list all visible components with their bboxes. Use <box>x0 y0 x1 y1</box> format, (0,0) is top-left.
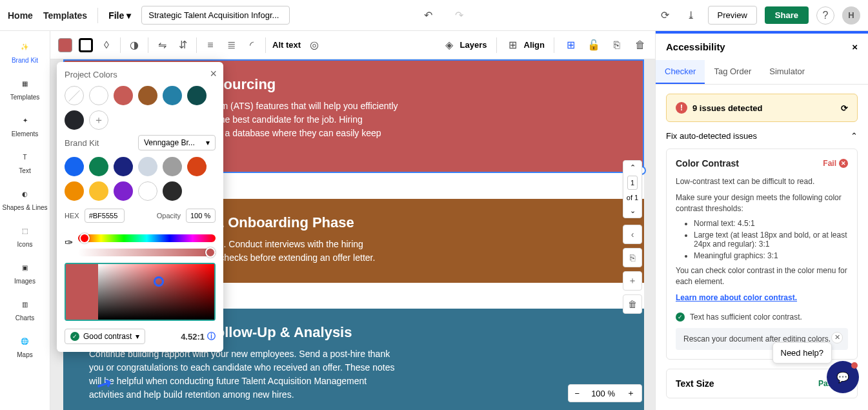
color-swatch[interactable] <box>65 157 84 176</box>
color-swatch[interactable] <box>138 86 157 105</box>
hue-thumb[interactable] <box>79 233 90 243</box>
layers-button[interactable]: Layers <box>460 40 487 50</box>
contrast-ratio: 4.52:1ⓘ <box>181 331 216 342</box>
border-color-button[interactable] <box>79 38 93 52</box>
color-swatch[interactable] <box>138 181 157 201</box>
color-swatch[interactable] <box>163 86 182 105</box>
zoom-out-button[interactable]: − <box>569 386 587 401</box>
contrast-status[interactable]: ✓Good contrast▾ <box>65 329 145 344</box>
color-swatch[interactable] <box>65 110 84 130</box>
page-down-button[interactable]: ⌄ <box>627 204 638 218</box>
sidebar-item-brandkit[interactable]: ✨Brand Kit <box>12 39 38 64</box>
hue-slider[interactable] <box>78 234 216 242</box>
saturation-picker[interactable] <box>65 263 216 321</box>
sidebar-item-icons[interactable]: ⬚Icons <box>17 223 33 248</box>
zoom-in-button[interactable]: ＋ <box>620 385 641 402</box>
learn-more-link[interactable]: Learn more about color contrast. <box>676 293 797 302</box>
brand-kit-select[interactable]: Venngage Br...▾ <box>138 135 216 150</box>
pass-row: ✓Text has sufficient color contrast. <box>676 313 848 322</box>
eyedropper-icon[interactable]: ✑ <box>65 236 73 249</box>
redo-button[interactable]: ↷ <box>450 6 468 25</box>
lock-icon[interactable]: 🔓 <box>587 38 601 52</box>
add-color-button[interactable]: ＋ <box>89 110 108 130</box>
saturation-thumb[interactable] <box>154 276 164 287</box>
color-swatch[interactable] <box>65 181 84 201</box>
sidebar-label: Brand Kit <box>12 57 38 64</box>
delete-page-button[interactable]: 🗑 <box>623 294 642 314</box>
info-icon[interactable]: ⓘ <box>207 331 216 342</box>
alpha-thumb[interactable] <box>205 247 216 258</box>
corner-icon[interactable]: ◜ <box>245 38 259 52</box>
delete-icon[interactable]: 🗑 <box>633 38 647 52</box>
add-page-button[interactable]: ＋ <box>623 271 642 291</box>
fill-color-button[interactable] <box>58 38 72 52</box>
circle-icon[interactable]: ◎ <box>307 38 321 52</box>
issue-li: Meaningful graphics: 3:1 <box>694 251 848 260</box>
color-swatch[interactable] <box>187 157 207 176</box>
page-up-button[interactable]: ⌃ <box>627 161 638 174</box>
home-link[interactable]: Home <box>8 10 33 21</box>
rescan-close-button[interactable]: ✕ <box>831 332 843 343</box>
alt-text-button[interactable]: Alt text <box>272 40 301 50</box>
transparency-icon[interactable]: ◑ <box>127 38 141 52</box>
sidebar-item-elements[interactable]: ✦Elements <box>12 112 39 138</box>
fix-issues-toggle[interactable]: Fix auto-detected issues⌃ <box>666 131 858 141</box>
avatar[interactable]: H <box>842 6 860 25</box>
refresh-icon[interactable]: ⟳ <box>841 103 848 113</box>
sidebar-label: Maps <box>17 351 32 358</box>
issue-li: Large text (at least 18px and bold, or a… <box>694 231 848 249</box>
close-icon[interactable]: × <box>852 41 858 52</box>
document-title-input[interactable]: Strategic Talent Acquisition Infogr... <box>141 6 290 25</box>
sync-icon[interactable]: ⟳ <box>656 6 674 25</box>
templates-link[interactable]: Templates <box>43 10 87 21</box>
align-icon[interactable]: ≡ <box>203 38 217 52</box>
collapse-button[interactable]: ‹ <box>623 225 642 244</box>
chat-button[interactable]: 💬 <box>827 361 859 393</box>
page-current[interactable]: 1 <box>627 176 638 190</box>
grid-icon[interactable]: ⊞ <box>563 38 578 52</box>
preview-button[interactable]: Preview <box>708 6 757 25</box>
color-swatch[interactable] <box>163 157 182 176</box>
color-swatch[interactable] <box>163 181 182 201</box>
color-swatch[interactable] <box>89 157 108 176</box>
sidebar-item-charts[interactable]: ▥Charts <box>15 296 34 322</box>
help-icon[interactable]: ? <box>816 6 834 25</box>
distribute-icon[interactable]: ≣ <box>224 38 238 52</box>
zoom-value[interactable]: 100 % <box>586 386 620 401</box>
flip-v-icon[interactable]: ⇵ <box>176 38 190 52</box>
fail-icon: ✕ <box>839 159 848 168</box>
close-icon[interactable]: × <box>210 67 217 81</box>
sidebar-item-text[interactable]: TText <box>17 149 33 174</box>
duplicate-page-button[interactable]: ⎘ <box>623 248 642 267</box>
color-swatch[interactable] <box>187 86 207 105</box>
opacity-input[interactable] <box>186 209 216 223</box>
drop-icon[interactable]: ◊ <box>99 38 114 52</box>
sidebar-item-shapes[interactable]: ◐Shapes & Lines <box>2 186 47 211</box>
color-swatch[interactable] <box>138 157 157 176</box>
no-color-swatch[interactable] <box>65 86 84 105</box>
need-help-tooltip[interactable]: Need help? <box>772 342 833 364</box>
fail-badge: Fail✕ <box>823 159 848 168</box>
tab-tagorder[interactable]: Tag Order <box>705 60 760 84</box>
color-swatch[interactable] <box>89 181 108 201</box>
alpha-slider[interactable] <box>78 249 216 256</box>
align-button[interactable]: Align <box>524 40 545 50</box>
tab-checker[interactable]: Checker <box>656 60 705 84</box>
color-swatch[interactable] <box>114 181 133 201</box>
color-swatch[interactable] <box>89 86 108 105</box>
flip-h-icon[interactable]: ⇋ <box>155 38 169 52</box>
copy-icon[interactable]: ⎘ <box>610 38 624 52</box>
color-swatch[interactable] <box>114 157 133 176</box>
download-icon[interactable]: ⤓ <box>682 6 700 25</box>
hex-input[interactable] <box>85 209 125 223</box>
color-swatch[interactable] <box>114 86 133 105</box>
share-button[interactable]: Share <box>765 6 809 24</box>
file-menu[interactable]: File▾ <box>108 10 131 21</box>
warning-icon: ! <box>676 102 687 114</box>
tab-simulator[interactable]: Simulator <box>760 60 814 84</box>
sidebar-item-images[interactable]: ▣Images <box>14 260 35 285</box>
undo-button[interactable]: ↶ <box>419 6 437 25</box>
sidebar-label: Elements <box>12 130 39 138</box>
sidebar-item-templates[interactable]: ▦Templates <box>10 76 40 101</box>
sidebar-item-maps[interactable]: 🌐Maps <box>17 333 32 358</box>
